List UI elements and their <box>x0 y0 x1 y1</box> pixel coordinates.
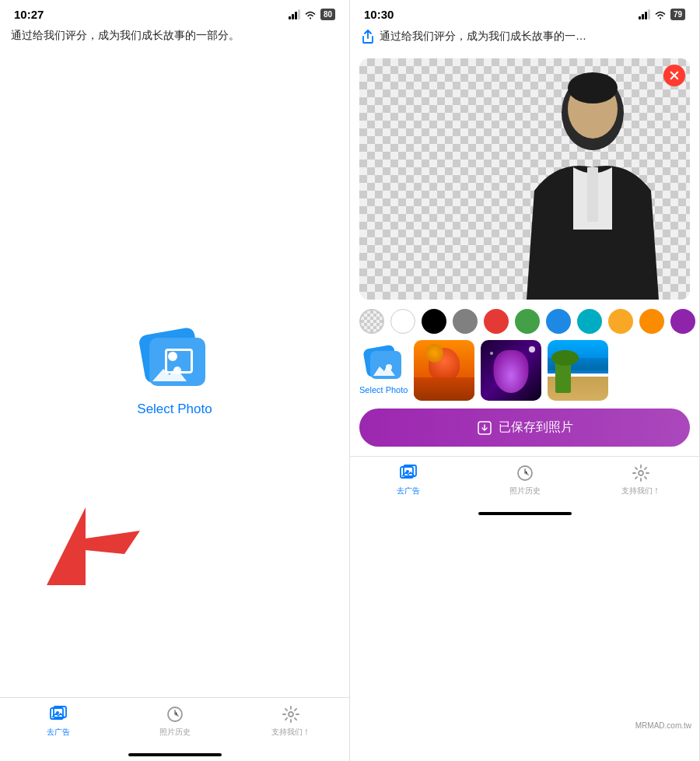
right-tab-remove-ads-label: 去广告 <box>397 486 420 496</box>
left-home-indicator <box>128 753 222 756</box>
right-history-icon <box>516 464 534 482</box>
svg-point-1 <box>173 366 181 374</box>
svg-point-7 <box>289 712 293 717</box>
left-status-right: 80 <box>289 9 335 20</box>
left-top-text: 通过给我们评分，成为我们成长故事的一部分。 <box>11 29 240 43</box>
arrow-wrap <box>47 507 140 588</box>
right-top-bar: 通过给我们评分，成为我们成长故事的一… <box>350 26 699 51</box>
left-status-bar: 10:27 80 <box>0 0 349 26</box>
color-swatch-red[interactable] <box>484 309 509 334</box>
photos-icon <box>49 705 68 724</box>
left-tab-bar: 去广告 照片历史 支持我们！ <box>0 697 349 753</box>
left-tab-remove-ads-label: 去广告 <box>47 727 70 738</box>
right-tab-support-icon <box>631 463 651 483</box>
select-photo-small-label: Select Photo <box>359 385 408 395</box>
select-photo-small[interactable]: Select Photo <box>359 346 408 395</box>
left-battery: 80 <box>320 9 335 20</box>
right-tab-remove-ads-icon <box>398 463 418 483</box>
right-tab-history[interactable]: 照片历史 <box>467 463 583 496</box>
right-time: 10:30 <box>364 8 394 21</box>
mountain-sm-icon <box>373 363 395 376</box>
right-settings-icon <box>632 464 650 482</box>
share-icon[interactable] <box>361 29 375 44</box>
left-top-bar: 通过给我们评分，成为我们成长故事的一部分。 <box>0 26 349 49</box>
color-picker-row <box>350 300 699 340</box>
photo-icon-front <box>149 338 205 386</box>
history-icon <box>166 705 184 724</box>
right-signal <box>639 10 650 19</box>
right-home-indicator <box>478 512 572 515</box>
save-icon <box>477 420 492 436</box>
mountain-icon <box>152 364 187 381</box>
image-preview <box>359 58 690 300</box>
color-swatch-orange[interactable] <box>639 309 664 334</box>
right-tab-support-label: 支持我们！ <box>621 486 660 496</box>
svg-point-10 <box>568 72 618 103</box>
left-tab-support-icon <box>281 704 301 724</box>
left-wifi-icon <box>304 10 317 19</box>
select-photo-label[interactable]: Select Photo <box>137 402 212 417</box>
color-swatch-yellow[interactable] <box>608 309 633 334</box>
save-button-label: 已保存到照片 <box>499 419 573 436</box>
right-phone-panel: 10:30 79 通过给我们评分，成为我们成长故事的一… <box>350 0 700 761</box>
left-tab-support[interactable]: 支持我们！ <box>233 704 349 738</box>
thumbnail-space[interactable] <box>481 340 541 401</box>
right-tab-remove-ads[interactable]: 去广告 <box>350 463 467 496</box>
color-swatch-blue[interactable] <box>546 309 571 334</box>
left-main-content: Select Photo <box>0 49 349 697</box>
left-tab-support-label: 支持我们！ <box>271 727 310 738</box>
right-tab-support[interactable]: 支持我们！ <box>583 463 699 496</box>
thumbnail-beach[interactable] <box>548 340 608 401</box>
color-swatch-gray[interactable] <box>453 309 478 334</box>
right-tab-history-icon <box>515 463 535 483</box>
right-status-right: 79 <box>639 9 685 20</box>
save-button[interactable]: 已保存到照片 <box>359 409 690 447</box>
right-status-bar: 10:30 79 <box>350 0 699 26</box>
color-swatch-black[interactable] <box>422 309 446 334</box>
settings-icon <box>282 705 300 724</box>
select-photo-container[interactable]: Select Photo <box>137 330 212 417</box>
color-swatch-transparent[interactable] <box>359 309 384 334</box>
photo-icon-stack <box>140 330 210 392</box>
thumbnail-balloon[interactable] <box>414 340 474 401</box>
left-tab-history[interactable]: 照片历史 <box>117 704 233 738</box>
left-tab-remove-ads[interactable]: 去广告 <box>0 704 117 738</box>
person-figure <box>503 66 682 300</box>
color-swatch-white[interactable] <box>390 309 415 334</box>
right-wifi-icon <box>654 10 667 19</box>
svg-point-18 <box>639 471 643 475</box>
right-tab-history-label: 照片历史 <box>509 486 541 496</box>
left-phone-panel: 10:27 80 通过给我们评分，成为我们成长故事的一部分。 <box>0 0 350 761</box>
red-arrow-icon <box>47 507 140 585</box>
right-photos-icon <box>399 464 418 482</box>
right-top-text: 通过给我们评分，成为我们成长故事的一… <box>380 30 586 44</box>
left-tab-remove-ads-icon <box>48 704 68 724</box>
photo-icon-sm <box>364 346 403 382</box>
svg-point-12 <box>386 364 392 370</box>
left-tab-history-label: 照片历史 <box>159 727 191 738</box>
photo-icon-sm-front <box>370 351 401 379</box>
color-swatch-green[interactable] <box>515 309 540 334</box>
right-battery: 79 <box>670 9 685 20</box>
watermark: MRMAD.com.tw <box>635 721 691 730</box>
person-svg <box>503 66 682 300</box>
close-button[interactable] <box>663 65 685 86</box>
left-tab-history-icon <box>165 704 185 724</box>
svg-marker-2 <box>47 507 140 585</box>
left-time: 10:27 <box>14 8 44 21</box>
svg-marker-0 <box>152 367 187 381</box>
color-swatch-purple[interactable] <box>670 309 695 334</box>
image-preview-area <box>350 51 699 300</box>
right-tab-bar: 去广告 照片历史 支持我们！ <box>350 456 699 512</box>
bottom-row: Select Photo <box>350 340 699 409</box>
color-swatch-cyan[interactable] <box>577 309 602 334</box>
left-signal <box>289 10 300 19</box>
